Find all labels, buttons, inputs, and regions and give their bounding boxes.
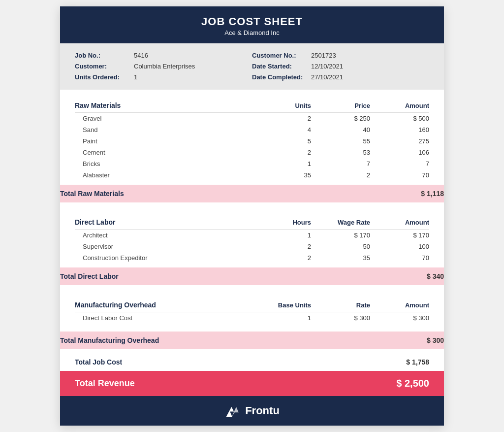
meta-customer: Customer: Columbia Enterprises bbox=[75, 61, 252, 72]
item-name: Supervisor bbox=[75, 243, 252, 250]
footer: Frontu bbox=[60, 396, 444, 426]
meta-job-no: Job No.: 5416 bbox=[75, 50, 252, 61]
total-raw-materials-label: Total Raw Materials bbox=[60, 190, 124, 198]
frontu-logo-icon bbox=[224, 403, 240, 419]
meta-customer-no-label: Customer No.: bbox=[252, 50, 306, 61]
meta-left: Job No.: 5416 Customer: Columbia Enterpr… bbox=[75, 50, 252, 83]
raw-materials-header-row: Raw Materials Units Price Amount bbox=[75, 99, 429, 113]
total-job-cost-value: $ 1,758 bbox=[406, 358, 429, 366]
list-item: Architect 1 $ 170 $ 170 bbox=[75, 230, 429, 241]
sheet-header: JOB COST SHEET Ace & Diamond Inc bbox=[60, 6, 444, 43]
item-amount: 7 bbox=[370, 160, 429, 167]
item-units: 35 bbox=[252, 171, 311, 179]
item-name: Alabaster bbox=[75, 171, 252, 179]
list-item: Alabaster 35 2 70 bbox=[75, 169, 429, 181]
meta-right: Customer No.: 2501723 Date Started: 12/1… bbox=[252, 50, 429, 83]
item-units: 2 bbox=[252, 115, 311, 122]
item-amount: 160 bbox=[370, 126, 429, 133]
meta-units-value: 1 bbox=[134, 72, 137, 83]
total-raw-materials-value: $ 1,118 bbox=[421, 190, 444, 198]
item-name: Construction Expeditor bbox=[75, 254, 252, 262]
item-name: Architect bbox=[75, 232, 252, 239]
content-area-3: Manufacturing Overhead Base Units Rate A… bbox=[60, 289, 444, 328]
total-direct-labor-row: Total Direct Labor $ 340 bbox=[60, 267, 444, 285]
total-direct-labor-label: Total Direct Labor bbox=[60, 272, 119, 280]
content-area-2: Direct Labor Hours Wage Rate Amount Arch… bbox=[60, 206, 444, 264]
item-rate: 50 bbox=[311, 243, 370, 250]
footer-brand-name: Frontu bbox=[245, 404, 280, 417]
total-mfg-overhead-row: Total Manufacturing Overhead $ 300 bbox=[60, 332, 444, 349]
list-item: Direct Labor Cost 1 $ 300 $ 300 bbox=[75, 312, 429, 324]
meta-date-completed-value: 27/10/2021 bbox=[311, 72, 343, 83]
total-direct-labor-value: $ 340 bbox=[427, 272, 444, 280]
item-units: 4 bbox=[252, 126, 311, 133]
mfg-overhead-col3: Amount bbox=[370, 301, 429, 309]
item-price: $ 250 bbox=[311, 115, 370, 122]
item-units: 5 bbox=[252, 137, 311, 145]
item-price: 40 bbox=[311, 126, 370, 133]
item-name: Paint bbox=[75, 137, 252, 145]
raw-materials-col2: Price bbox=[311, 102, 370, 109]
direct-labor-col2: Wage Rate bbox=[311, 219, 370, 226]
job-cost-sheet: JOB COST SHEET Ace & Diamond Inc Job No.… bbox=[60, 6, 444, 426]
direct-labor-col3: Amount bbox=[370, 219, 429, 226]
meta-units-ordered: Units Ordered: 1 bbox=[75, 72, 252, 83]
item-rate: $ 300 bbox=[311, 314, 370, 322]
item-base-units: 1 bbox=[252, 314, 311, 322]
meta-date-started-label: Date Started: bbox=[252, 61, 306, 72]
item-price: 55 bbox=[311, 137, 370, 145]
list-item: Paint 5 55 275 bbox=[75, 135, 429, 147]
meta-date-started-value: 12/10/2021 bbox=[311, 61, 343, 72]
item-price: 2 bbox=[311, 171, 370, 179]
meta-customer-no: Customer No.: 2501723 bbox=[252, 50, 429, 61]
item-amount: 100 bbox=[370, 243, 429, 250]
list-item: Sand 4 40 160 bbox=[75, 124, 429, 135]
item-price: 53 bbox=[311, 149, 370, 156]
item-amount: 70 bbox=[370, 254, 429, 262]
mfg-overhead-col2: Rate bbox=[311, 301, 370, 309]
raw-materials-col1: Units bbox=[252, 102, 311, 109]
total-revenue-label: Total Revenue bbox=[75, 378, 135, 389]
total-revenue-value: $ 2,500 bbox=[396, 378, 429, 389]
svg-marker-0 bbox=[226, 407, 234, 417]
item-amount: 106 bbox=[370, 149, 429, 156]
raw-materials-col3: Amount bbox=[370, 102, 429, 109]
meta-customer-label: Customer: bbox=[75, 61, 129, 72]
item-hours: 2 bbox=[252, 254, 311, 262]
meta-customer-no-value: 2501723 bbox=[311, 50, 336, 61]
meta-date-completed-label: Date Completed: bbox=[252, 72, 306, 83]
raw-materials-title: Raw Materials bbox=[75, 101, 252, 109]
mfg-overhead-title: Manufacturing Overhead bbox=[75, 301, 252, 309]
item-rate: 35 bbox=[311, 254, 370, 262]
list-item: Supervisor 2 50 100 bbox=[75, 241, 429, 252]
direct-labor-title: Direct Labor bbox=[75, 218, 252, 226]
total-job-cost-label: Total Job Cost bbox=[75, 358, 122, 366]
meta-units-label: Units Ordered: bbox=[75, 72, 129, 83]
mfg-overhead-header-row: Manufacturing Overhead Base Units Rate A… bbox=[75, 298, 429, 312]
list-item: Bricks 1 7 7 bbox=[75, 158, 429, 169]
total-mfg-overhead-value: $ 300 bbox=[427, 336, 444, 344]
item-name: Direct Labor Cost bbox=[75, 314, 252, 322]
total-revenue-row: Total Revenue $ 2,500 bbox=[60, 371, 444, 396]
item-name: Gravel bbox=[75, 115, 252, 122]
item-units: 2 bbox=[252, 149, 311, 156]
sheet-title: JOB COST SHEET bbox=[70, 15, 434, 28]
list-item: Construction Expeditor 2 35 70 bbox=[75, 252, 429, 264]
meta-section: Job No.: 5416 Customer: Columbia Enterpr… bbox=[60, 43, 444, 90]
item-name: Bricks bbox=[75, 160, 252, 167]
meta-date-completed: Date Completed: 27/10/2021 bbox=[252, 72, 429, 83]
item-hours: 1 bbox=[252, 232, 311, 239]
item-amount: 70 bbox=[370, 171, 429, 179]
svg-marker-1 bbox=[232, 407, 239, 417]
sheet-subtitle: Ace & Diamond Inc bbox=[70, 29, 434, 36]
total-job-cost-row: Total Job Cost $ 1,758 bbox=[75, 353, 429, 371]
meta-job-no-label: Job No.: bbox=[75, 50, 129, 61]
item-price: 7 bbox=[311, 160, 370, 167]
item-rate: $ 170 bbox=[311, 232, 370, 239]
item-name: Cement bbox=[75, 149, 252, 156]
item-hours: 2 bbox=[252, 243, 311, 250]
direct-labor-header-row: Direct Labor Hours Wage Rate Amount bbox=[75, 215, 429, 230]
meta-job-no-value: 5416 bbox=[134, 50, 148, 61]
item-amount: $ 170 bbox=[370, 232, 429, 239]
item-units: 1 bbox=[252, 160, 311, 167]
